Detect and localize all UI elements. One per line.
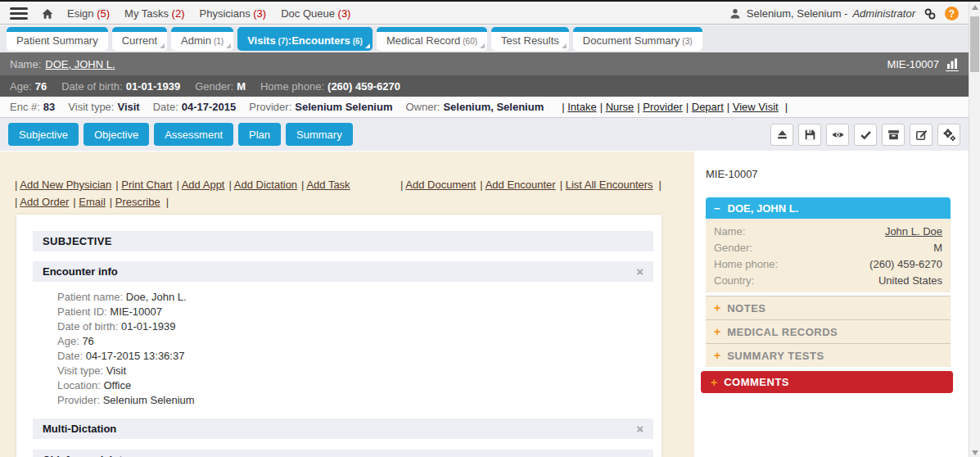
scroll-up-arrow-icon[interactable] xyxy=(972,5,978,10)
tab-document-summary[interactable]: Document Summary(3) xyxy=(573,27,702,51)
link-add-document[interactable]: Add Document xyxy=(405,179,476,191)
tab-patient-summary[interactable]: Patient Summary xyxy=(7,27,108,51)
tab-visits-encounters[interactable]: Visits(7):Encounters(6) xyxy=(237,27,373,51)
detail-provider: Provider: Selenium Selenium xyxy=(57,393,195,408)
patient-id: MIE-10007 xyxy=(887,58,939,70)
nav-my-tasks[interactable]: My Tasks (2) xyxy=(124,7,184,20)
preview-eye-button[interactable] xyxy=(826,124,849,146)
settings-gears-button[interactable] xyxy=(937,124,960,146)
encounter-info-title: Encounter info xyxy=(43,265,118,278)
current-user[interactable]: Selenium, Selenium - Administrator xyxy=(729,7,915,20)
vertical-scrollbar[interactable] xyxy=(969,2,980,457)
summary-button[interactable]: Summary xyxy=(286,123,353,146)
link-add-new-physician[interactable]: Add New Physician xyxy=(20,179,111,191)
sidebar-patient-header[interactable]: − DOE, JOHN L. xyxy=(706,197,951,219)
encounter-toolbar: Subjective Objective Assessment Plan Sum… xyxy=(0,118,969,152)
owner-field: Owner:Selenium, Selenium xyxy=(405,101,544,113)
sidebar-section-summary-tests[interactable]: + SUMMARY TESTS xyxy=(706,343,951,367)
nav-esign[interactable]: Esign (5) xyxy=(67,7,110,20)
tab-test-results[interactable]: Test Results xyxy=(491,27,569,51)
multi-dictation-panel-header[interactable]: Multi-Dictation × xyxy=(33,419,653,439)
eject-button[interactable] xyxy=(770,124,793,146)
link-add-dictation[interactable]: Add Dictation xyxy=(234,179,297,191)
save-button[interactable] xyxy=(798,124,821,146)
detail-visit-type: Visit type: Visit xyxy=(57,364,195,378)
encounter-info-bar: Enc #:83 Visit type:Visit Date:04-17-201… xyxy=(0,97,969,118)
link-nurse[interactable]: Nurse xyxy=(606,101,635,113)
chief-complaint-panel-header[interactable]: Chief complaint × xyxy=(33,450,653,457)
link-prescribe[interactable]: Prescribe xyxy=(115,196,160,208)
top-menu-bar: Esign (5) My Tasks (2) Physicians (3) Do… xyxy=(0,3,969,25)
patient-name-link[interactable]: DOE, JOHN L. xyxy=(45,58,115,70)
link-add-appt[interactable]: Add Appt xyxy=(182,179,225,191)
detail-age: Age: 76 xyxy=(57,334,195,349)
quick-links-row2: Add Order Email Prescribe xyxy=(15,193,169,210)
plan-button[interactable]: Plan xyxy=(238,123,281,146)
tab-medical-record[interactable]: Medical Record(60) xyxy=(377,27,487,51)
detail-patient-name: Patient name: Doe, John L. xyxy=(57,290,195,305)
age-field: Age:76 xyxy=(10,80,47,93)
sidebar-row-home-phone: Home phone:(260) 459-6270 xyxy=(714,256,942,273)
provider-field: Provider:Selenium Selenium xyxy=(249,101,392,113)
chart-tab-bar: Patient Summary Current Admin(1) Visits(… xyxy=(0,25,969,52)
encounter-stage-links: Intake Nurse Provider Depart View Visit xyxy=(562,101,788,113)
assessment-button[interactable]: Assessment xyxy=(154,123,233,146)
tab-current[interactable]: Current xyxy=(112,27,167,51)
sidebar-section-notes[interactable]: + NOTES xyxy=(706,296,951,319)
link-add-order[interactable]: Add Order xyxy=(20,196,69,208)
visit-type-field: Visit type:Visit xyxy=(68,101,139,113)
sidebar-sections: + NOTES + MEDICAL RECORDS + SUMMARY TEST… xyxy=(706,296,951,367)
sidebar-patient-id: MIE-10007 xyxy=(706,168,758,180)
home-icon[interactable] xyxy=(41,7,54,20)
link-depart[interactable]: Depart xyxy=(692,101,724,113)
subjective-button[interactable]: Subjective xyxy=(8,123,79,146)
sidebar-row-gender: Gender:M xyxy=(714,240,942,256)
link-email[interactable]: Email xyxy=(79,196,106,208)
encounter-note-card: SUBJECTIVE Encounter info × Patient name… xyxy=(16,215,662,457)
nav-physicians[interactable]: Physicians (3) xyxy=(200,7,267,20)
edit-button[interactable] xyxy=(910,124,933,146)
flowchart-icon[interactable] xyxy=(946,57,959,71)
close-icon[interactable]: × xyxy=(636,453,644,457)
objective-button[interactable]: Objective xyxy=(84,123,149,146)
link-add-encounter[interactable]: Add Encounter xyxy=(485,179,556,191)
hamburger-menu-icon[interactable] xyxy=(10,7,28,20)
link-provider[interactable]: Provider xyxy=(643,101,682,113)
archive-button[interactable] xyxy=(882,124,905,146)
doc-queue-count: (3) xyxy=(338,7,351,20)
close-icon[interactable]: × xyxy=(636,422,644,436)
sidebar-row-name: Name:John L. Doe xyxy=(714,224,942,240)
visit-date-field: Date:04-17-2015 xyxy=(153,101,237,113)
enc-number-field: Enc #:83 xyxy=(10,101,55,113)
tab-admin[interactable]: Admin(1) xyxy=(171,27,233,51)
top-right-controls: Selenium, Selenium - Administrator ? xyxy=(729,7,959,20)
detail-dob: Date of birth: 01-01-1939 xyxy=(57,319,195,334)
sidebar-patient-details: Name:John L. Doe Gender:M Home phone:(26… xyxy=(706,219,951,292)
patient-sidebar: MIE-10007 − DOE, JOHN L. Name:John L. Do… xyxy=(694,152,969,457)
soap-buttons: Subjective Objective Assessment Plan Sum… xyxy=(8,123,353,146)
scrollbar-thumb[interactable] xyxy=(970,16,979,72)
multi-dictation-title: Multi-Dictation xyxy=(43,423,116,435)
nav-doc-queue[interactable]: Doc Queue (3) xyxy=(281,7,350,20)
action-icon-buttons xyxy=(770,124,960,146)
sidebar-name-link[interactable]: John L. Doe xyxy=(885,224,942,240)
link-chain-icon[interactable] xyxy=(924,7,937,20)
detail-location: Location: Office xyxy=(57,378,195,393)
expand-icon: + xyxy=(711,376,717,389)
sidebar-section-comments[interactable]: + COMMENTS xyxy=(701,371,953,393)
close-icon[interactable]: × xyxy=(636,265,644,278)
link-intake[interactable]: Intake xyxy=(567,101,596,113)
name-label: Name: xyxy=(10,58,41,70)
help-icon[interactable]: ? xyxy=(945,7,959,20)
link-add-task[interactable]: Add Task xyxy=(306,179,350,191)
link-view-visit[interactable]: View Visit xyxy=(733,101,779,113)
demographics-bar: Age:76 Date of birth:01-01-1939 Gender:M… xyxy=(0,75,969,97)
encounter-info-panel-header[interactable]: Encounter info × xyxy=(33,261,653,282)
sidebar-section-medical-records[interactable]: + MEDICAL RECORDS xyxy=(706,319,951,343)
collapse-icon[interactable]: − xyxy=(714,202,720,215)
user-role: Administrator xyxy=(852,7,915,20)
check-button[interactable] xyxy=(854,124,877,146)
link-print-chart[interactable]: Print Chart xyxy=(121,179,172,191)
link-list-all-encounters[interactable]: List All Encounters xyxy=(566,179,653,191)
scroll-down-arrow-icon[interactable] xyxy=(972,450,978,455)
